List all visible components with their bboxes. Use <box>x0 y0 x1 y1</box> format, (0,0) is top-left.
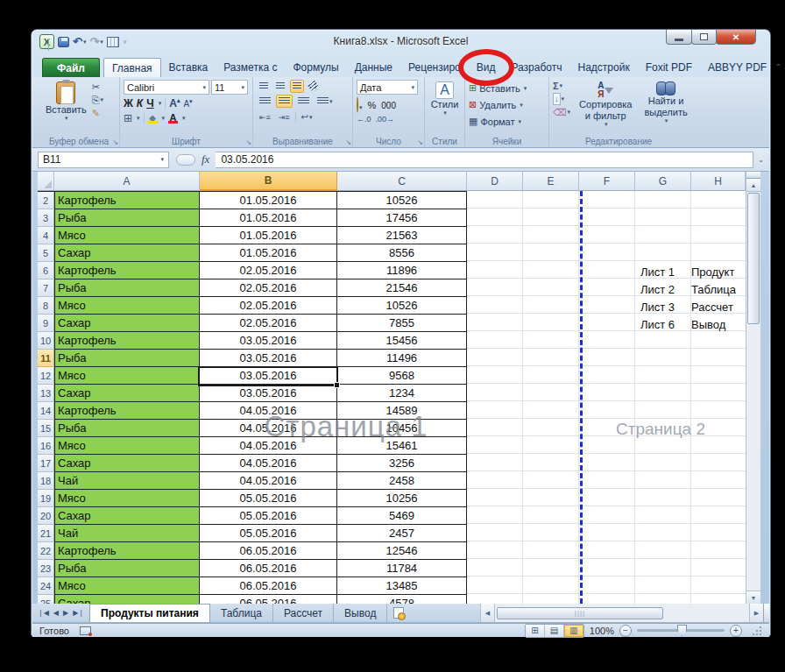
cell-value[interactable]: 1234 <box>337 385 467 402</box>
row-header[interactable]: 2 <box>38 192 54 209</box>
row-header[interactable]: 18 <box>38 472 54 490</box>
cell-product[interactable]: Мясо <box>54 227 200 244</box>
accounting-format-button[interactable]: ▾ <box>357 97 363 113</box>
column-header[interactable]: G <box>635 172 691 191</box>
cell-product[interactable]: Рыба <box>54 209 200 227</box>
decrease-decimal-button[interactable]: .00→ <box>376 115 395 124</box>
italic-button[interactable]: К <box>137 97 143 110</box>
tab-file[interactable]: Файл <box>42 58 100 77</box>
cell-value[interactable]: 21563 <box>337 227 467 244</box>
row-header[interactable]: 21 <box>38 525 54 542</box>
cell-sheet-desc[interactable]: Вывод <box>691 318 744 331</box>
row-header[interactable]: 11 <box>38 350 54 367</box>
cell-product[interactable]: Картофель <box>54 542 200 560</box>
dialog-launcher-icon[interactable]: ↘ <box>112 138 118 146</box>
ribbon-tab[interactable]: Главная <box>103 58 161 77</box>
resize-grip[interactable] <box>751 625 762 636</box>
cell-date[interactable]: 04.05.2016 <box>200 437 337 455</box>
cell-sheet-name[interactable]: Лист 3 <box>635 301 691 314</box>
find-select-button[interactable]: Найти и выделить ▾ <box>640 80 690 130</box>
fx-icon[interactable]: fx <box>202 152 209 166</box>
row-header[interactable]: 15 <box>38 420 54 437</box>
row-header[interactable]: 24 <box>38 577 54 595</box>
minimize-button[interactable] <box>666 30 692 45</box>
row-header[interactable]: 5 <box>38 244 54 262</box>
scroll-track[interactable] <box>746 325 760 591</box>
ribbon-tab[interactable]: Разработч <box>503 58 569 77</box>
sheet-tab[interactable]: Таблица <box>210 604 273 622</box>
row-header[interactable]: 7 <box>38 279 54 297</box>
cell-value[interactable]: 17456 <box>337 209 467 227</box>
cell-value[interactable]: 15461 <box>337 437 467 455</box>
row-header[interactable]: 20 <box>38 507 54 525</box>
cell-sheet-name[interactable]: Лист 1 <box>635 265 691 279</box>
row-header[interactable]: 14 <box>38 402 54 420</box>
decrease-font-button[interactable]: А▾ <box>183 98 192 109</box>
cell-product[interactable]: Чай <box>54 525 200 542</box>
cell-value[interactable]: 10256 <box>337 490 467 507</box>
cell-sheet-desc[interactable]: Рассчет <box>691 301 744 314</box>
cut-button[interactable]: ✂ <box>92 81 103 92</box>
row-header[interactable]: 9 <box>38 315 54 332</box>
cell-value[interactable]: 2458 <box>337 472 467 490</box>
cell-date[interactable]: 02.05.2016 <box>200 262 337 279</box>
cell-date[interactable]: 02.05.2016 <box>200 315 337 332</box>
vertical-scrollbar[interactable]: ▲ ▼ <box>746 172 760 604</box>
fill-color-button[interactable]: ◆ <box>148 114 158 124</box>
font-size-combo[interactable]: 11▾ <box>211 80 248 95</box>
cell-date[interactable]: 05.05.2016 <box>200 525 337 542</box>
ribbon-tab[interactable]: Вставка <box>161 58 216 77</box>
cell-product[interactable]: Мясо <box>54 367 200 385</box>
name-box[interactable]: B11▾ <box>38 152 169 168</box>
next-sheet-icon[interactable]: ▶ <box>61 607 70 619</box>
vertical-scroll-thumb[interactable] <box>747 193 760 324</box>
format-cells-button[interactable]: ▦Формат▾ <box>469 114 545 129</box>
column-header[interactable]: E <box>523 172 579 191</box>
column-header[interactable]: D <box>467 172 523 191</box>
last-sheet-icon[interactable]: ▶❘ <box>71 607 86 619</box>
cell-value[interactable]: 5469 <box>337 507 467 525</box>
horizontal-scrollbar[interactable]: ◀ |||| ▶ <box>480 604 769 622</box>
cell-product[interactable]: Чай <box>54 472 200 490</box>
select-all-corner[interactable] <box>38 172 54 191</box>
align-left-button[interactable] <box>257 95 273 108</box>
cell-value[interactable]: 21546 <box>337 279 467 297</box>
insert-cells-button[interactable]: ⊞Вставить▾ <box>469 81 545 95</box>
split-handle[interactable] <box>746 172 760 179</box>
increase-indent-button[interactable]: ⇥≡ <box>276 110 293 124</box>
cell-date[interactable]: 03.05.2016 <box>200 332 337 350</box>
scroll-down-icon[interactable]: ▼ <box>746 591 760 604</box>
cell-value[interactable]: 2457 <box>337 525 467 542</box>
cell-date[interactable]: 01.05.2016 <box>200 192 337 209</box>
sort-filter-button[interactable]: АЯ Сортировка и фильтр ▾ <box>576 80 635 130</box>
row-header[interactable]: 16 <box>38 437 54 455</box>
format-painter-button[interactable]: ✎ <box>92 108 103 118</box>
row-header[interactable]: 23 <box>38 560 54 577</box>
borders-button[interactable]: ⊞ <box>124 112 132 124</box>
comma-style-button[interactable]: 000 <box>381 101 396 110</box>
selected-cell-outline[interactable] <box>198 366 338 386</box>
scroll-right-icon[interactable]: ▶ <box>749 604 763 622</box>
cell-value[interactable]: 11896 <box>337 262 467 279</box>
restore-button[interactable] <box>691 30 717 45</box>
cell-product[interactable]: Мясо <box>54 437 200 455</box>
cell-date[interactable]: 05.05.2016 <box>200 507 337 525</box>
cell-date[interactable]: 04.05.2016 <box>200 420 337 437</box>
paste-button[interactable]: Вставить ▾ <box>42 80 90 124</box>
macro-record-icon[interactable] <box>80 626 91 635</box>
bold-button[interactable]: Ж <box>124 97 133 110</box>
ribbon-tab[interactable]: Данные <box>347 58 400 77</box>
cell-date[interactable]: 01.05.2016 <box>200 244 337 262</box>
cell-date[interactable]: 06.05.2016 <box>200 542 337 560</box>
ribbon-tab[interactable]: Foxit PDF <box>638 58 700 77</box>
row-header[interactable]: 17 <box>38 455 54 472</box>
align-middle-button[interactable] <box>273 80 287 93</box>
align-top-button[interactable] <box>257 80 271 93</box>
fill-button[interactable]: ↓▾ <box>553 93 570 105</box>
percent-style-button[interactable]: % <box>368 100 377 110</box>
prev-sheet-icon[interactable]: ◀ <box>52 607 60 619</box>
cell-value[interactable]: 10526 <box>337 297 467 315</box>
zoom-slider[interactable] <box>637 629 725 632</box>
clear-button[interactable]: ⌫▾ <box>553 107 570 117</box>
formula-bar-handle[interactable] <box>176 154 195 166</box>
